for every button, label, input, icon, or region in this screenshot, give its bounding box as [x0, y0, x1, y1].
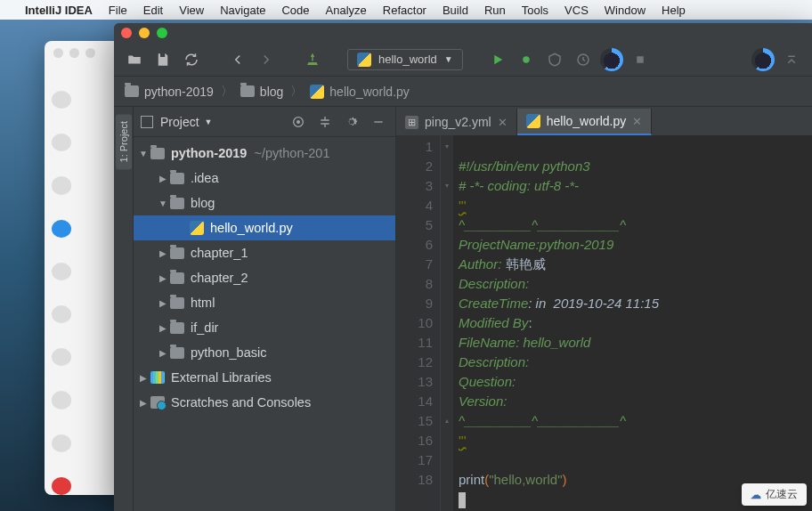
cloud-icon: ☁ [751, 489, 761, 501]
project-pane: Project▼ ▼python-2019~/python-201 ▶.idea… [134, 107, 396, 511]
tree-node-blog[interactable]: ▼blog [134, 191, 395, 215]
update-button[interactable] [780, 48, 803, 71]
menu-refactor[interactable]: Refactor [383, 4, 426, 17]
tree-node-scratches[interactable]: ▶Scratches and Consoles [134, 390, 395, 415]
menu-navigate[interactable]: Navigate [220, 4, 265, 17]
project-tree[interactable]: ▼python-2019~/python-201 ▶.idea ▼blog he… [134, 137, 395, 511]
tree-node-hello-world[interactable]: hello_world.py [134, 215, 395, 240]
run-config-label: hello_world [378, 53, 437, 66]
editor-area: ping_v2.yml✕ hello_world.py✕ 12345678910… [396, 107, 812, 511]
python-icon [357, 53, 371, 67]
menu-run[interactable]: Run [484, 4, 506, 17]
open-button[interactable] [123, 48, 146, 71]
menu-analyze[interactable]: Analyze [326, 4, 367, 17]
window-minimize-icon[interactable] [139, 28, 150, 38]
gauge-icon[interactable] [751, 48, 775, 71]
debug-button[interactable] [515, 48, 538, 71]
menu-code[interactable]: Code [281, 4, 309, 17]
tree-root[interactable]: ▼python-2019~/python-201 [134, 141, 395, 166]
tree-node-python-basic[interactable]: ▶python_basic [134, 340, 395, 365]
svg-point-0 [523, 56, 530, 63]
menu-vcs[interactable]: VCS [564, 4, 589, 17]
sync-button[interactable] [180, 48, 203, 71]
project-tool-button[interactable]: 1: Project [116, 114, 132, 169]
forward-button[interactable] [255, 48, 278, 71]
settings-icon[interactable] [342, 112, 361, 132]
python-icon [310, 85, 324, 99]
memory-gauge-icon[interactable] [600, 48, 623, 71]
back-button[interactable] [226, 48, 249, 71]
stop-button[interactable] [629, 48, 652, 71]
code-source[interactable]: #!/usr/bin/env python3 # -*- coding: utf… [453, 135, 812, 511]
watermark: ☁ 亿速云 [742, 483, 807, 506]
breadcrumb-root[interactable]: python-2019 [125, 85, 214, 99]
python-icon [190, 221, 204, 235]
menu-view[interactable]: View [179, 4, 204, 17]
text-caret [459, 492, 466, 508]
tree-node-html[interactable]: ▶html [134, 290, 395, 315]
breadcrumb-folder[interactable]: blog [240, 85, 283, 99]
menu-build[interactable]: Build [443, 4, 468, 17]
tree-node-external-libs[interactable]: ▶External Libraries [134, 365, 395, 390]
code-editor[interactable]: 123456789101112131415161718 ▾▾▴ #!/usr/b… [396, 135, 812, 511]
library-icon [150, 371, 165, 384]
window-zoom-icon[interactable] [157, 28, 167, 38]
breadcrumb: python-2019 〉 blog 〉 hello_world.py [114, 77, 812, 107]
menu-file[interactable]: File [109, 4, 127, 17]
menu-window[interactable]: Window [605, 4, 646, 17]
folder-icon [240, 85, 255, 97]
tab-hello-world[interactable]: hello_world.py✕ [517, 109, 653, 135]
left-tool-strip: 1: Project [114, 107, 134, 511]
run-config-selector[interactable]: hello_world ▼ [347, 49, 463, 70]
tab-ping-v2[interactable]: ping_v2.yml✕ [396, 109, 517, 135]
chevron-down-icon: ▼ [444, 54, 453, 64]
folder-icon [125, 85, 139, 97]
main-toolbar: hello_world ▼ [114, 43, 812, 77]
window-close-icon[interactable] [121, 28, 132, 38]
hide-button[interactable] [369, 112, 388, 132]
scratch-icon [150, 396, 165, 409]
save-button[interactable] [151, 48, 175, 71]
menu-app-name[interactable]: IntelliJ IDEA [25, 4, 93, 17]
breadcrumb-file[interactable]: hello_world.py [310, 85, 410, 99]
svg-point-4 [297, 120, 300, 123]
line-gutter: 123456789101112131415161718 [396, 135, 441, 511]
tree-node-idea[interactable]: ▶.idea [134, 166, 395, 191]
editor-tabs: ping_v2.yml✕ hello_world.py✕ [396, 107, 812, 135]
menu-help[interactable]: Help [662, 4, 686, 17]
close-icon[interactable]: ✕ [498, 116, 508, 129]
select-opened-file-button[interactable] [288, 112, 308, 132]
yml-icon [405, 116, 418, 129]
run-button[interactable] [486, 48, 509, 71]
profile-button[interactable] [572, 48, 595, 71]
ide-window: hello_world ▼ python-2019 〉 blog 〉 hello… [114, 23, 812, 511]
fold-gutter[interactable]: ▾▾▴ [441, 135, 453, 511]
close-icon[interactable]: ✕ [632, 115, 642, 128]
tree-node-if-dir[interactable]: ▶if_dir [134, 315, 395, 340]
project-pane-title[interactable]: Project▼ [160, 115, 213, 129]
mac-menu-bar: IntelliJ IDEA File Edit View Navigate Co… [0, 0, 812, 20]
build-button[interactable] [301, 48, 324, 71]
tree-node-chapter-2[interactable]: ▶chapter_2 [134, 265, 395, 290]
project-pane-header: Project▼ [134, 107, 395, 137]
menu-edit[interactable]: Edit [143, 4, 163, 17]
menu-tools[interactable]: Tools [522, 4, 548, 17]
coverage-button[interactable] [543, 48, 566, 71]
python-icon [526, 114, 540, 128]
tree-node-chapter-1[interactable]: ▶chapter_1 [134, 240, 395, 265]
svg-rect-2 [637, 56, 644, 63]
collapse-all-button[interactable] [315, 112, 335, 132]
ide-titlebar [114, 23, 812, 43]
